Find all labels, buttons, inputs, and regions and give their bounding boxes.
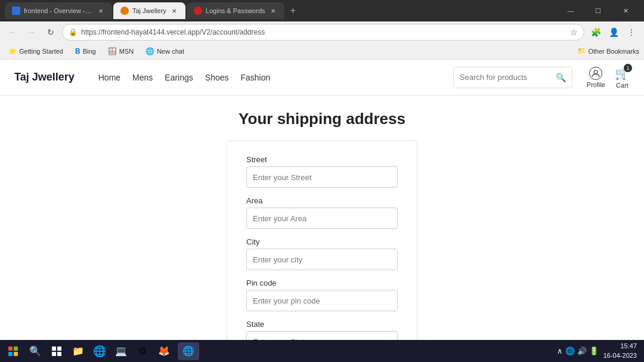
close-button[interactable]: ✕ bbox=[612, 1, 639, 20]
clock[interactable]: 15:47 16-04-2023 bbox=[603, 342, 637, 360]
city-input[interactable] bbox=[246, 249, 398, 270]
tab-1-close[interactable]: ✕ bbox=[97, 7, 105, 15]
minimize-button[interactable]: — bbox=[557, 1, 584, 20]
taskbar-tray: ∧ 🌐 🔊 🔋 15:47 16-04-2023 bbox=[557, 342, 642, 360]
nav-actions: Profile 🛒 1 Cart bbox=[587, 66, 630, 89]
address-bar[interactable]: 🔒 https://frontend-hayat4144.vercel.app/… bbox=[62, 24, 584, 41]
taskbar-file-explorer[interactable]: 📁 bbox=[68, 342, 88, 360]
bing-icon: B bbox=[75, 47, 80, 55]
profile-icon-circle bbox=[589, 67, 602, 80]
tab-3[interactable]: Logins & Passwords ✕ bbox=[187, 2, 284, 19]
getting-started-icon: ⭐ bbox=[8, 47, 17, 55]
forward-button[interactable]: → bbox=[24, 24, 39, 40]
toolbar-icons: 🧩 👤 ⋮ bbox=[588, 24, 639, 40]
svg-rect-1 bbox=[52, 346, 56, 351]
nav-home[interactable]: Home bbox=[98, 73, 120, 82]
street-label: Street bbox=[246, 155, 398, 164]
profile-label: Profile bbox=[587, 81, 605, 88]
back-button[interactable]: ← bbox=[5, 24, 20, 40]
street-input[interactable] bbox=[246, 166, 398, 188]
tray-chevron[interactable]: ∧ bbox=[557, 346, 563, 355]
taskbar-taskview[interactable] bbox=[47, 342, 67, 360]
taskbar-firefox[interactable]: 🦊 bbox=[154, 342, 174, 360]
other-bookmarks-label: Other Bookmarks bbox=[588, 48, 639, 55]
clock-date: 16-04-2023 bbox=[603, 351, 637, 360]
bookmark-msn[interactable]: 🪟 MSN bbox=[104, 46, 137, 57]
taskbar-running-apps: 🌐 bbox=[178, 342, 199, 360]
cart-button[interactable]: 🛒 1 Cart bbox=[615, 66, 630, 89]
browser-controls: ← → ↻ 🔒 https://frontend-hayat4144.verce… bbox=[0, 21, 644, 43]
tray-battery-icon[interactable]: 🔋 bbox=[589, 346, 599, 355]
tray-network-icon[interactable]: 🌐 bbox=[565, 346, 575, 355]
tab-1[interactable]: frontend - Overview - Vercel ✕ bbox=[5, 2, 112, 19]
menu-icon[interactable]: ⋮ bbox=[624, 24, 639, 40]
bookmark-bing[interactable]: B Bing bbox=[72, 46, 100, 57]
search-bar[interactable]: 🔍 bbox=[453, 67, 572, 88]
shipping-form: Street Area City Pin code State bbox=[227, 140, 417, 340]
bookmark-new-chat[interactable]: 🌐 New chat bbox=[142, 46, 188, 57]
clock-time: 15:47 bbox=[620, 342, 637, 351]
bookmark-getting-started-label: Getting Started bbox=[19, 48, 63, 55]
street-field-group: Street bbox=[246, 155, 398, 188]
cart-label: Cart bbox=[616, 82, 628, 89]
taskbar-terminal[interactable]: 💻 bbox=[111, 342, 131, 360]
page-title: Your shipping address bbox=[239, 110, 405, 128]
start-button[interactable] bbox=[2, 342, 24, 360]
new-chat-icon: 🌐 bbox=[145, 47, 154, 55]
area-field-group: Area bbox=[246, 196, 398, 229]
profile-icon[interactable]: 👤 bbox=[606, 24, 621, 40]
taskbar: 🔍 📁 🌐 💻 ⚙ 🦊 🌐 ∧ 🌐 🔊 🔋 15:47 16 bbox=[0, 340, 644, 362]
area-input[interactable] bbox=[246, 208, 398, 229]
bookmark-new-chat-label: New chat bbox=[157, 48, 184, 55]
area-label: Area bbox=[246, 196, 398, 205]
tab-2-favicon bbox=[120, 7, 129, 15]
city-label: City bbox=[246, 237, 398, 246]
svg-point-0 bbox=[594, 70, 597, 74]
tray-icons: ∧ 🌐 🔊 🔋 bbox=[557, 346, 599, 355]
window-controls: — ☐ ✕ bbox=[557, 1, 639, 20]
pincode-input[interactable] bbox=[246, 290, 398, 311]
windows-logo bbox=[8, 346, 18, 356]
brand-name[interactable]: Taj Jwellery bbox=[14, 71, 75, 83]
tab-2-close[interactable]: ✕ bbox=[170, 7, 178, 15]
bookmarks-bar: ⭐ Getting Started B Bing 🪟 MSN 🌐 New cha… bbox=[0, 43, 644, 60]
tab-1-favicon bbox=[12, 7, 20, 15]
extensions-icon[interactable]: 🧩 bbox=[588, 24, 603, 40]
tray-volume-icon[interactable]: 🔊 bbox=[577, 346, 587, 355]
tab-1-title: frontend - Overview - Vercel bbox=[24, 7, 93, 14]
tab-3-favicon bbox=[194, 7, 202, 15]
bookmark-star-icon[interactable]: ☆ bbox=[570, 27, 578, 37]
bookmark-getting-started[interactable]: ⭐ Getting Started bbox=[5, 46, 67, 56]
nav-earings[interactable]: Earings bbox=[165, 73, 193, 82]
lock-icon: 🔒 bbox=[69, 28, 78, 36]
refresh-button[interactable]: ↻ bbox=[43, 24, 58, 40]
taskbar-pinned-icons: 🔍 📁 🌐 💻 ⚙ 🦊 bbox=[25, 342, 174, 360]
nav-mens[interactable]: Mens bbox=[132, 73, 153, 82]
maximize-button[interactable]: ☐ bbox=[584, 1, 612, 20]
other-bookmarks[interactable]: 📁 Other Bookmarks bbox=[577, 47, 639, 55]
pincode-field-group: Pin code bbox=[246, 279, 398, 311]
taskbar-browser-app[interactable]: 🌐 bbox=[178, 342, 199, 360]
search-icon: 🔍 bbox=[556, 73, 566, 82]
tab-2[interactable]: Taj Jwellery ✕ bbox=[113, 2, 185, 19]
taskbar-edge[interactable]: 🌐 bbox=[89, 342, 110, 360]
title-bar: frontend - Overview - Vercel ✕ Taj Jwell… bbox=[0, 0, 644, 21]
tab-3-close[interactable]: ✕ bbox=[269, 7, 277, 15]
navbar: Taj Jwellery Home Mens Earings Shoes Fas… bbox=[0, 60, 644, 95]
nav-fashion[interactable]: Fashion bbox=[241, 73, 271, 82]
profile-button[interactable]: Profile bbox=[587, 67, 605, 88]
state-label: State bbox=[246, 320, 398, 329]
svg-rect-2 bbox=[57, 346, 61, 351]
taskbar-search[interactable]: 🔍 bbox=[25, 342, 45, 360]
bookmark-msn-label: MSN bbox=[119, 48, 134, 55]
taskbar-settings[interactable]: ⚙ bbox=[132, 342, 153, 360]
svg-rect-3 bbox=[52, 352, 56, 356]
pincode-label: Pin code bbox=[246, 279, 398, 287]
tab-3-title: Logins & Passwords bbox=[206, 7, 265, 14]
new-tab-button[interactable]: + bbox=[286, 3, 301, 18]
search-input[interactable] bbox=[460, 73, 552, 82]
nav-shoes[interactable]: Shoes bbox=[205, 73, 229, 82]
state-input[interactable] bbox=[246, 331, 398, 340]
url-text: https://frontend-hayat4144.vercel.app/V2… bbox=[81, 28, 566, 36]
bookmark-bing-label: Bing bbox=[83, 48, 96, 55]
